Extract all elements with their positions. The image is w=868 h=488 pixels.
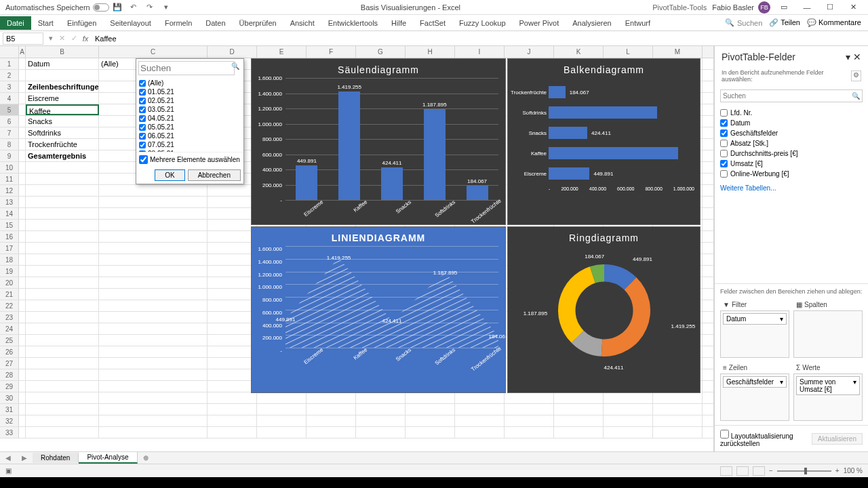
field-item[interactable]: Lfd. Nr. [720, 108, 863, 118]
cell[interactable] [26, 231, 99, 242]
record-macro-icon[interactable]: ▣ [5, 467, 12, 474]
zoom-slider[interactable] [777, 470, 831, 472]
sheet-tab-pivot[interactable]: Pivot-Analyse [79, 452, 137, 464]
comments-button[interactable]: 💬 Kommentare [807, 18, 861, 27]
accept-formula-icon[interactable]: ✓ [68, 34, 80, 43]
row-header[interactable]: 14 [0, 208, 19, 219]
row-header[interactable]: 26 [0, 346, 19, 357]
cell[interactable] [99, 335, 208, 346]
filter-item[interactable]: 06.05.21 [139, 131, 241, 140]
cell[interactable]: Gesamtergebnis [26, 150, 99, 161]
worksheet-area[interactable]: A B C D E F G H I J K L M 1Datum(Alle)▾2… [0, 46, 713, 451]
col-header-a[interactable]: A [19, 46, 26, 58]
fx-icon[interactable]: fx [80, 35, 91, 43]
tab-entwicklertools[interactable]: Entwicklertools [321, 16, 384, 30]
filter-item[interactable]: 07.05.21 [139, 140, 241, 149]
zoom-level[interactable]: 100 % [844, 467, 863, 474]
save-icon[interactable]: 💾 [112, 2, 123, 13]
pivot-layout-dropdown-icon[interactable]: ▾ [846, 52, 850, 62]
gear-icon[interactable]: ⚙ [851, 70, 861, 81]
toggle-icon[interactable] [93, 3, 109, 12]
field-item[interactable]: Umsatz [€] [720, 159, 863, 169]
row-header[interactable]: 29 [0, 381, 19, 392]
rows-area[interactable]: Geschäftsfelder▾ [720, 373, 789, 421]
cell[interactable] [26, 427, 99, 438]
name-box-dropdown-icon[interactable]: ▾ [46, 34, 56, 43]
cell[interactable] [99, 346, 208, 357]
page-break-view-icon[interactable] [753, 466, 765, 476]
cell[interactable]: Kaffee [26, 104, 99, 115]
tab-factset[interactable]: FactSet [413, 16, 452, 30]
col-header-k[interactable]: K [554, 46, 604, 58]
values-area[interactable]: Summe von Umsatz [€]▾ [793, 373, 863, 421]
cell[interactable] [99, 243, 208, 253]
page-layout-view-icon[interactable] [736, 466, 749, 476]
cell[interactable] [26, 277, 99, 288]
cell[interactable] [26, 358, 99, 369]
area-item-umsatz[interactable]: Summe von Umsatz [€]▾ [796, 376, 860, 395]
tab-einfuegen[interactable]: Einfügen [60, 16, 103, 30]
field-item[interactable]: Absatz [Stk.] [720, 138, 863, 148]
filter-item[interactable]: 05.05.21 [139, 123, 241, 131]
field-item[interactable]: Datum [720, 118, 863, 128]
cell[interactable] [26, 174, 99, 184]
cell[interactable] [99, 427, 208, 438]
col-header-h[interactable]: H [406, 46, 455, 58]
col-header-g[interactable]: G [356, 46, 406, 58]
field-item[interactable]: Geschäftsfelder [720, 128, 863, 138]
col-header-i[interactable]: I [455, 46, 505, 58]
cell[interactable] [99, 381, 208, 392]
cell[interactable] [26, 162, 99, 173]
cell[interactable]: Datum [26, 58, 99, 69]
cell[interactable]: Zeilenbeschriftungen▾ [26, 81, 99, 92]
cell[interactable] [26, 208, 99, 219]
pivot-search-input[interactable] [720, 89, 863, 102]
field-item[interactable]: Durchschnitts-preis [€] [720, 148, 863, 159]
cell[interactable] [26, 404, 99, 415]
add-sheet-icon[interactable]: ⊕ [138, 454, 154, 462]
tab-ansicht[interactable]: Ansicht [283, 16, 321, 30]
close-icon[interactable]: ✕ [844, 1, 863, 14]
row-header[interactable]: 25 [0, 335, 19, 346]
cell[interactable]: Trockenfrüchte [26, 139, 99, 150]
cell[interactable] [26, 243, 99, 253]
sheet-nav-next-icon[interactable]: ▶ [16, 454, 33, 462]
filter-item[interactable]: 03.05.21 [139, 105, 241, 114]
col-header-j[interactable]: J [505, 46, 554, 58]
field-item[interactable]: Online-Werbung [€] [720, 169, 863, 179]
row-header[interactable]: 6 [0, 116, 19, 127]
cell[interactable] [99, 312, 208, 323]
cell[interactable] [99, 254, 208, 265]
row-header[interactable]: 28 [0, 369, 19, 380]
col-header-d[interactable]: D [208, 46, 257, 58]
redo-icon[interactable]: ↷ [144, 2, 155, 13]
cell[interactable] [99, 404, 208, 415]
filter-list[interactable]: (Alle) 01.05.2102.05.2103.05.2104.05.210… [136, 77, 243, 152]
zoom-out-icon[interactable]: − [769, 467, 773, 474]
tab-seitenlayout[interactable]: Seitenlayout [103, 16, 158, 30]
row-header[interactable]: 21 [0, 289, 19, 300]
cell[interactable] [26, 346, 99, 357]
filter-item-all[interactable]: (Alle) [139, 79, 241, 87]
tab-ueberpruefen[interactable]: Überprüfen [233, 16, 283, 30]
name-box[interactable] [3, 33, 43, 45]
filter-item[interactable]: 01.05.21 [139, 87, 241, 96]
sheet-nav-prev-icon[interactable]: ◀ [0, 454, 16, 462]
row-header[interactable]: 5 [0, 104, 19, 115]
zoom-in-icon[interactable]: + [835, 467, 840, 474]
cell[interactable] [99, 369, 208, 380]
filter-ok-button[interactable]: OK [155, 169, 184, 181]
row-header[interactable]: 24 [0, 323, 19, 334]
line-chart[interactable]: LINIENDIAGRAMM 1.600.0001.400.0001.200.0… [251, 226, 506, 393]
cell[interactable] [99, 392, 208, 403]
row-header[interactable]: 12 [0, 185, 19, 196]
col-header-f[interactable]: F [307, 46, 356, 58]
row-header[interactable]: 17 [0, 243, 19, 253]
share-button[interactable]: 🔗 Teilen [769, 18, 800, 27]
cell[interactable] [26, 185, 99, 196]
cell[interactable] [99, 323, 208, 334]
tab-start[interactable]: Start [31, 16, 60, 30]
cell[interactable] [26, 335, 99, 346]
tab-daten[interactable]: Daten [199, 16, 232, 30]
filter-area[interactable]: Datum▾ [720, 310, 789, 358]
